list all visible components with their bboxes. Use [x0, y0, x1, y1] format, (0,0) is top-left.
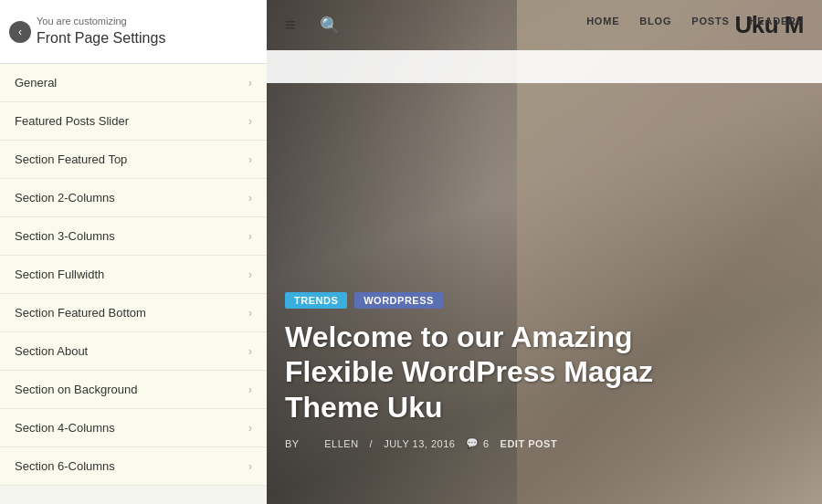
chevron-icon: ›	[248, 77, 252, 89]
nav-item-blog[interactable]: BLOG	[639, 16, 671, 26]
menu-item-label: General	[15, 76, 57, 89]
customizing-label: You are customizing	[37, 15, 252, 28]
post-date: JULY 13, 2016	[384, 438, 455, 449]
menu-item-label: Section 2-Columns	[15, 191, 115, 205]
sidebar-item-section-fullwidth[interactable]: Section Fullwidth›	[0, 256, 267, 294]
hamburger-icon[interactable]: ≡	[285, 15, 296, 36]
sidebar: ‹ You are customizing Front Page Setting…	[0, 0, 267, 504]
nav-links-bar	[267, 50, 822, 83]
menu-item-label: Section Fullwidth	[15, 268, 104, 281]
sidebar-item-section-about[interactable]: Section About›	[0, 332, 267, 371]
tag-wordpress[interactable]: WORDPRESS	[354, 292, 443, 309]
menu-item-label: Section 3-Columns	[15, 229, 115, 243]
sidebar-item-section-4-columns[interactable]: Section 4-Columns›	[0, 409, 267, 447]
nav-item-posts[interactable]: POSTS	[691, 16, 729, 26]
page-title: Front Page Settings	[37, 28, 252, 48]
search-icon[interactable]: 🔍	[320, 16, 340, 36]
chevron-icon: ›	[248, 115, 252, 128]
sidebar-item-section-featured-bottom[interactable]: Section Featured Bottom›	[0, 294, 267, 332]
menu-item-label: Section Featured Bottom	[15, 306, 146, 320]
tag-trends[interactable]: TRENDS	[285, 292, 347, 309]
menu-item-label: Section 4-Columns	[15, 421, 115, 435]
hero-title: Welcome to our Amazing Flexible WordPres…	[285, 320, 804, 425]
menu-item-label: Section on Background	[15, 383, 137, 396]
comment-count: 💬 6	[466, 437, 489, 449]
author-name: ELLEN	[324, 438, 358, 449]
sidebar-item-section-6-columns[interactable]: Section 6-Columns›	[0, 447, 267, 486]
sidebar-menu: General›Featured Posts Slider›Section Fe…	[0, 64, 267, 504]
chevron-icon: ›	[248, 460, 252, 473]
hero-content: TRENDS WORDPRESS Welcome to our Amazing …	[285, 292, 804, 449]
menu-item-label: Section About	[15, 344, 88, 358]
main-content: ≡ 🔍 Uku M TRENDS WORDPRESS Welcome to ou…	[267, 0, 822, 504]
sidebar-header: ‹ You are customizing Front Page Setting…	[0, 0, 267, 64]
edit-post-link[interactable]: EDIT POST	[501, 438, 558, 449]
sidebar-item-section-featured-top[interactable]: Section Featured Top›	[0, 141, 267, 179]
author-label: BY	[285, 438, 300, 449]
chevron-icon: ›	[248, 192, 252, 205]
nav-items: HOMEBLOGPOSTSHEADERS	[586, 16, 804, 26]
chevron-icon: ›	[248, 422, 252, 435]
sidebar-item-featured-posts-slider[interactable]: Featured Posts Slider›	[0, 102, 267, 141]
menu-item-label: Section Featured Top	[15, 152, 127, 166]
sidebar-item-section-on-background[interactable]: Section on Background›	[0, 371, 267, 409]
hero-meta: BY ELLEN / JULY 13, 2016 💬 6 EDIT POST	[285, 437, 804, 449]
chevron-icon: ›	[248, 307, 252, 320]
menu-item-label: Section 6-Columns	[15, 459, 115, 473]
comment-icon: 💬	[466, 437, 480, 449]
hero-tags: TRENDS WORDPRESS	[285, 292, 804, 309]
sidebar-item-section-3-columns[interactable]: Section 3-Columns›	[0, 217, 267, 256]
nav-item-headers[interactable]: HEADERS	[750, 16, 804, 26]
sidebar-item-general[interactable]: General›	[0, 64, 267, 102]
menu-item-label: Featured Posts Slider	[15, 114, 129, 128]
chevron-icon: ›	[248, 153, 252, 166]
back-button[interactable]: ‹	[9, 21, 31, 43]
chevron-icon: ›	[248, 268, 252, 281]
chevron-icon: ›	[248, 345, 252, 358]
sidebar-item-section-2-columns[interactable]: Section 2-Columns›	[0, 179, 267, 217]
meta-separator: /	[370, 438, 374, 449]
nav-item-home[interactable]: HOME	[586, 16, 619, 26]
chevron-icon: ›	[248, 230, 252, 243]
chevron-icon: ›	[248, 383, 252, 396]
